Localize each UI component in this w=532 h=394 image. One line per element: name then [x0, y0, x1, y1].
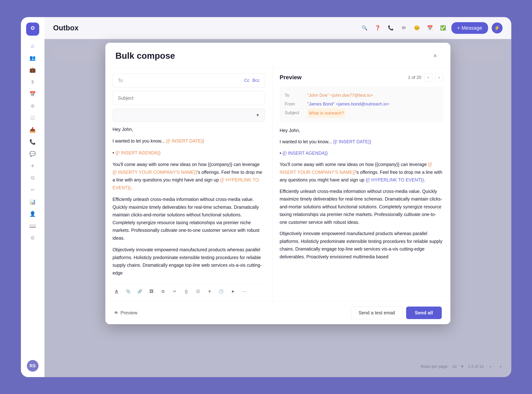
sidebar-item-scissors[interactable]: ✂	[27, 185, 38, 195]
compose-body[interactable]: Hey John, I wanted to let you know... {{…	[113, 125, 265, 281]
svg-point-1	[32, 27, 34, 29]
preview-meta-subject: Subject What is outreach?	[285, 108, 438, 118]
toolbar-link[interactable]: 🔗	[136, 287, 144, 296]
cc-bcc-actions: Cc Bcc	[244, 78, 259, 83]
sidebar-item-team[interactable]: 👤	[27, 209, 38, 219]
mail-button[interactable]: ✉	[399, 23, 409, 33]
to-field-row[interactable]: To Cc Bcc	[113, 73, 265, 88]
toolbar-send-arrow[interactable]: ✈	[206, 287, 214, 296]
sidebar-item-contacts[interactable]: 👥	[27, 53, 38, 63]
toolbar-code[interactable]: {}	[182, 287, 190, 296]
preview-toggle-label: Preview	[121, 310, 137, 316]
preview-header: Preview 1 of 20 ‹ ›	[280, 73, 443, 82]
preview-meta: To "John Doe" <john.doe77@test.io> From …	[280, 87, 443, 122]
modal-overlay: Bulk compose × To Cc Bcc	[45, 39, 511, 377]
sidebar-item-phone[interactable]: 📞	[27, 137, 38, 147]
preview-eye-icon: 👁	[114, 310, 118, 316]
preview-navigation: 1 of 20 ‹ ›	[408, 73, 443, 82]
sidebar: ⌂ 👥 💼 $ 📅 ⊕ ☑ 📥 📞 💬 ✈ ⧉ ✂ 📊 👤 📖 ⚙ RS	[21, 17, 45, 377]
sidebar-item-revenue[interactable]: $	[27, 77, 38, 87]
phone-button[interactable]: 📞	[386, 23, 395, 33]
app-container: ⌂ 👥 💼 $ 📅 ⊕ ☑ 📥 📞 💬 ✈ ⧉ ✂ 📊 👤 📖 ⚙ RS Out…	[21, 17, 511, 377]
preview-meta-to: To "John Doe" <john.doe77@test.io>	[285, 91, 438, 100]
subject-meta-value: What is outreach?	[307, 108, 345, 118]
from-meta-value: "James Bond" <james.bond@outreach.io>	[307, 100, 390, 108]
checklist-button[interactable]: ✅	[438, 23, 448, 33]
subject-row[interactable]	[113, 91, 265, 105]
preview-body: Hey John, I wanted to let you know... {{…	[280, 127, 443, 296]
modal-header: Bulk compose ×	[105, 43, 451, 68]
send-all-button[interactable]: Send all	[406, 306, 442, 319]
to-label: To	[118, 78, 132, 83]
body-agenda: • {{! INSERT AGENDA}}	[113, 149, 265, 157]
preview-line1: I wanted to let you know... {{! INSERT D…	[280, 138, 443, 146]
dropdown-arrow-icon: ▼	[256, 113, 260, 118]
to-meta-value: "John Doe" <john.doe77@test.io>	[307, 91, 373, 100]
sidebar-item-analytics[interactable]: 📊	[27, 197, 38, 207]
sidebar-item-settings[interactable]: ⚙	[27, 233, 38, 243]
header: Outbox 🔍 ❓ 📞 ✉ 😊 📅 ✅ + Message ⚡	[45, 17, 511, 39]
preview-agenda: • {{! INSERT AGENDA}}	[280, 149, 443, 157]
modal-body: To Cc Bcc	[105, 68, 451, 301]
subject-input[interactable]	[118, 95, 260, 101]
toolbar-format-text[interactable]: A	[113, 287, 121, 296]
modal-footer: 👁 Preview Send a test email Send all	[105, 301, 451, 324]
sidebar-item-tasks[interactable]: ☑	[27, 113, 38, 123]
preview-next-button[interactable]: ›	[435, 73, 443, 82]
preview-paragraph3: Objectively innovate empowered manufactu…	[280, 230, 443, 260]
toolbar-image[interactable]: 🖼	[147, 287, 156, 296]
search-button[interactable]: 🔍	[360, 23, 369, 33]
sidebar-item-chat[interactable]: 💬	[27, 149, 38, 159]
help-button[interactable]: ❓	[373, 23, 382, 33]
send-test-email-button[interactable]: Send a test email	[351, 306, 402, 319]
body-paragraph3: Objectively innovate empowered manufactu…	[113, 246, 265, 277]
compose-panel: To Cc Bcc	[105, 68, 273, 301]
sidebar-item-copy[interactable]: ⧉	[27, 173, 38, 183]
sidebar-item-briefcase[interactable]: 💼	[27, 65, 38, 75]
preview-toggle[interactable]: 👁 Preview	[114, 310, 137, 316]
toolbar-cut[interactable]: ✂	[171, 287, 179, 296]
template-row[interactable]: ▼	[113, 109, 265, 122]
subject-meta-label: Subject	[285, 108, 303, 118]
preview-title: Preview	[280, 74, 302, 81]
toolbar-checklist[interactable]: ☑	[194, 287, 202, 296]
preview-counter: 1 of 20	[408, 75, 421, 80]
body-line1: I wanted to let you know... {{! INSERT D…	[113, 137, 265, 145]
sidebar-item-graph[interactable]: ⊕	[27, 101, 38, 111]
to-meta-label: To	[285, 91, 303, 100]
preview-greeting: Hey John,	[280, 127, 443, 134]
preview-paragraph1: You'll come away with some new ideas on …	[280, 161, 443, 184]
sidebar-item-inbox[interactable]: 📥	[27, 125, 38, 135]
sidebar-item-send[interactable]: ✈	[27, 161, 38, 171]
preview-prev-button[interactable]: ‹	[424, 73, 432, 82]
body-greeting: Hey John,	[113, 125, 265, 133]
body-paragraph2: Efficiently unleash cross-media informat…	[113, 196, 265, 242]
main-area: Outbox 🔍 ❓ 📞 ✉ 😊 📅 ✅ + Message ⚡	[45, 17, 511, 377]
sidebar-item-book[interactable]: 📖	[27, 221, 38, 231]
toolbar-cursor[interactable]: ➤	[229, 287, 237, 296]
preview-paragraph2: Efficiently unleash cross-media informat…	[280, 187, 443, 226]
page-title: Outbox	[53, 24, 79, 32]
message-button[interactable]: + Message	[451, 22, 488, 34]
modal-title: Bulk compose	[116, 51, 175, 61]
toolbar-attach[interactable]: 📎	[124, 287, 132, 296]
lightning-button[interactable]: ⚡	[492, 23, 502, 33]
toolbar-more[interactable]: ⋯	[240, 287, 248, 296]
sidebar-item-calendar[interactable]: 📅	[27, 89, 38, 99]
from-meta-label: From	[285, 100, 303, 108]
preview-panel: Preview 1 of 20 ‹ › To	[273, 68, 451, 301]
sidebar-item-home[interactable]: ⌂	[27, 41, 38, 51]
bulk-compose-modal: Bulk compose × To Cc Bcc	[105, 43, 451, 324]
close-button[interactable]: ×	[430, 51, 440, 61]
sidebar-logo[interactable]	[26, 23, 39, 36]
emoji-button[interactable]: 😊	[412, 23, 421, 33]
body-paragraph1: You'll come away with some new ideas on …	[113, 161, 265, 192]
compose-toolbar: A 📎 🔗 🖼 ⧉ ✂ {} ☑ ✈ 🕐 ➤	[113, 284, 265, 296]
footer-actions: Send a test email Send all	[351, 306, 442, 319]
toolbar-copy[interactable]: ⧉	[159, 287, 167, 296]
cc-button[interactable]: Cc	[244, 78, 249, 83]
bcc-button[interactable]: Bcc	[252, 78, 259, 83]
toolbar-time[interactable]: 🕐	[217, 287, 225, 296]
calendar-button[interactable]: 📅	[425, 23, 435, 33]
avatar[interactable]: RS	[27, 360, 39, 372]
